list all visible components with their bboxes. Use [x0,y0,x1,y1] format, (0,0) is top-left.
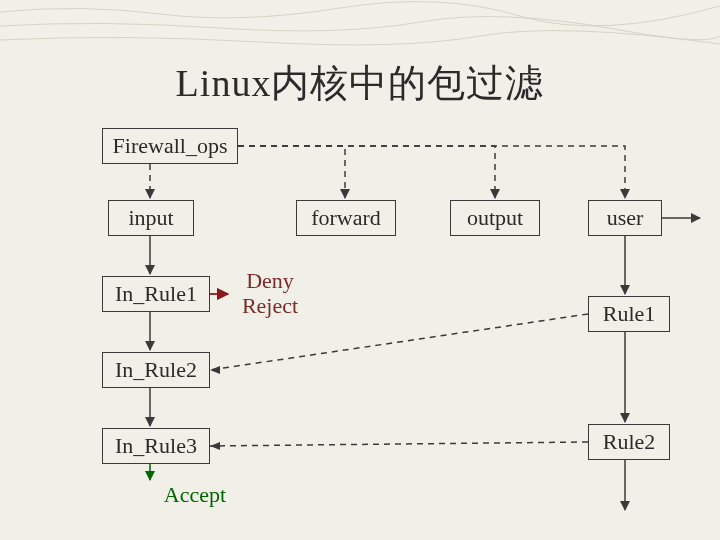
node-rule2: Rule2 [588,424,670,460]
node-in-rule3: In_Rule3 [102,428,210,464]
node-in-rule2: In_Rule2 [102,352,210,388]
node-output: output [450,200,540,236]
label-deny-reject: Deny Reject [230,268,310,319]
node-in-rule1: In_Rule1 [102,276,210,312]
reject-text: Reject [242,293,298,318]
deny-text: Deny [246,268,294,293]
bg-texture [0,0,720,60]
slide-title: Linux内核中的包过滤 [0,58,720,109]
node-forward: forward [296,200,396,236]
node-input: input [108,200,194,236]
label-accept: Accept [150,482,240,508]
node-user: user [588,200,662,236]
node-rule1: Rule1 [588,296,670,332]
node-firewall-ops: Firewall_ops [102,128,238,164]
